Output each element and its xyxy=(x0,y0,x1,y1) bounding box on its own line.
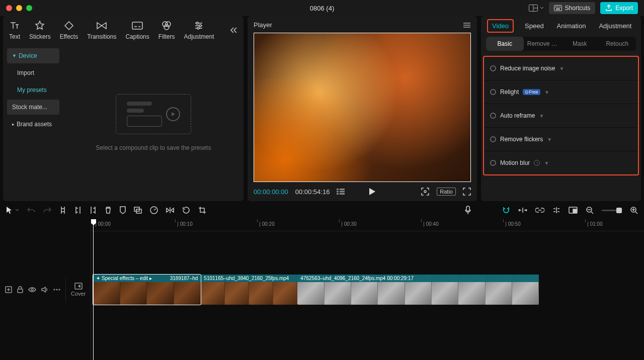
ratio-button[interactable]: Ratio xyxy=(437,188,456,196)
sidebar-item-presets[interactable]: My presets xyxy=(7,82,59,98)
clip-label: ✦ Special effects – edit ▸3189187–hd xyxy=(93,275,201,282)
export-button[interactable]: Export xyxy=(600,2,638,14)
minimize-window-icon[interactable] xyxy=(16,5,22,11)
tab-adjustment-insp[interactable]: Adjustment xyxy=(597,19,633,33)
player-panel: Player 00:00:00:00 00:00:54:16 Ratio xyxy=(248,16,477,201)
tab-transitions[interactable]: Transitions xyxy=(87,20,116,40)
subtab-retouch[interactable]: Retouch xyxy=(599,37,636,51)
shortcuts-label: Shortcuts xyxy=(565,5,591,12)
close-window-icon[interactable] xyxy=(6,5,12,11)
svg-point-32 xyxy=(31,289,33,291)
clip-label: 5101165–uhd_3840_2160_25fps.mp4 xyxy=(201,275,297,282)
ruler-tick: | 00:40 xyxy=(423,221,438,227)
playhead[interactable] xyxy=(93,219,94,360)
item-motion-blur[interactable]: Motion blur?▼ xyxy=(484,151,638,174)
free-badge: ⊙Free xyxy=(523,89,540,95)
svg-rect-7 xyxy=(556,9,560,10)
tab-speed[interactable]: Speed xyxy=(523,19,546,33)
svg-point-12 xyxy=(196,22,198,24)
trim-right-icon[interactable] xyxy=(90,206,97,214)
split-icon[interactable] xyxy=(59,206,66,214)
sidebar-item-import[interactable]: Import xyxy=(7,65,59,80)
lock-icon[interactable] xyxy=(17,286,23,293)
add-track-icon[interactable] xyxy=(5,286,12,293)
svg-rect-16 xyxy=(337,191,339,193)
tab-stickers[interactable]: Stickers xyxy=(29,20,51,40)
rotate-icon[interactable] xyxy=(182,206,190,214)
zoom-slider[interactable] xyxy=(602,210,622,211)
align-icon[interactable] xyxy=(552,207,560,214)
preview-mode-icon[interactable] xyxy=(569,207,578,214)
sidebar-item-stock[interactable]: Stock mate... xyxy=(7,100,59,115)
timeline-clip[interactable]: 5101165–uhd_3840_2160_25fps.mp4 xyxy=(201,275,297,305)
zoom-out-icon[interactable] xyxy=(586,206,594,214)
timeline-tracks-area[interactable]: | 00:00| 00:10| 00:20| 00:30| 00:40| 00:… xyxy=(91,219,644,360)
crop-icon[interactable] xyxy=(198,206,206,214)
delete-icon[interactable] xyxy=(105,206,112,214)
export-label: Export xyxy=(615,5,633,12)
fullscreen-icon[interactable] xyxy=(463,188,471,196)
ruler-tick: | 00:50 xyxy=(505,221,520,227)
svg-point-33 xyxy=(54,289,55,291)
chevron-down-icon: ▼ xyxy=(544,89,549,95)
project-title: 0806 (4) xyxy=(310,5,334,12)
track-headers: Cover xyxy=(0,219,91,360)
scale-icon[interactable] xyxy=(421,187,430,196)
collapse-library-icon[interactable] xyxy=(229,27,237,34)
magnet-icon[interactable] xyxy=(502,207,510,214)
marker-icon[interactable] xyxy=(120,206,126,214)
link-icon[interactable] xyxy=(535,208,544,213)
undo-icon[interactable] xyxy=(27,207,35,214)
svg-point-10 xyxy=(166,22,171,27)
help-icon[interactable]: ? xyxy=(534,160,540,166)
tab-effects[interactable]: Effects xyxy=(60,20,78,40)
maximize-window-icon[interactable] xyxy=(26,5,32,11)
ruler-tick: | 00:00 xyxy=(95,221,110,227)
zoom-in-icon[interactable] xyxy=(630,206,638,214)
window-controls xyxy=(6,5,32,11)
eye-icon[interactable] xyxy=(28,287,36,292)
mute-icon[interactable] xyxy=(41,287,48,293)
layout-icon[interactable] xyxy=(529,5,544,12)
tab-video[interactable]: Video xyxy=(487,19,514,33)
library-content: Select a compound clip to save the prese… xyxy=(63,44,244,201)
tab-filters[interactable]: Filters xyxy=(158,20,175,40)
item-auto-reframe[interactable]: Auto reframe▼ xyxy=(484,104,638,128)
tab-text[interactable]: Text xyxy=(9,20,20,40)
subtab-remove-bg[interactable]: Remove … xyxy=(524,37,561,51)
mirror-icon[interactable] xyxy=(166,207,174,214)
preview-viewport[interactable] xyxy=(254,33,471,182)
pointer-tool-icon[interactable] xyxy=(6,206,19,214)
timeline-clip[interactable]: 4762563–uhd_4096_2160_24fps.mp4 00:00:29… xyxy=(297,275,539,305)
ruler-tick: | 00:20 xyxy=(259,221,274,227)
clip-label: 4762563–uhd_4096_2160_24fps.mp4 00:00:29… xyxy=(297,275,539,282)
item-reduce-noise[interactable]: Reduce image noise▼ xyxy=(484,57,638,80)
cover-button[interactable]: Cover xyxy=(65,278,86,302)
tab-animation[interactable]: Animation xyxy=(555,19,588,33)
speed-icon[interactable] xyxy=(150,206,158,214)
subtab-basic[interactable]: Basic xyxy=(486,37,524,51)
shortcuts-button[interactable]: Shortcuts xyxy=(549,2,596,14)
view-list-icon[interactable] xyxy=(337,189,345,195)
player-menu-icon[interactable] xyxy=(463,22,471,28)
subtab-mask[interactable]: Mask xyxy=(561,37,599,51)
trim-left-icon[interactable] xyxy=(74,206,82,214)
item-remove-flickers[interactable]: Remove flickers▼ xyxy=(484,128,638,151)
tab-adjustment[interactable]: Adjustment xyxy=(184,20,214,40)
link-snap-icon[interactable] xyxy=(518,207,527,213)
microphone-icon[interactable] xyxy=(465,206,471,215)
timeline-clip[interactable]: ✦ Special effects – edit ▸3189187–hd xyxy=(93,275,201,305)
svg-point-34 xyxy=(56,289,58,291)
redo-icon[interactable] xyxy=(43,207,51,214)
empty-hint: Select a compound clip to save the prese… xyxy=(96,144,211,151)
play-button[interactable] xyxy=(369,188,376,196)
radio-icon xyxy=(490,113,496,119)
time-ruler[interactable]: | 00:00| 00:10| 00:20| 00:30| 00:40| 00:… xyxy=(91,219,644,231)
sidebar-item-brand[interactable]: ▸Brand assets xyxy=(7,117,59,132)
total-time: 00:00:54:16 xyxy=(295,188,330,196)
compound-icon[interactable] xyxy=(134,207,142,214)
item-relight[interactable]: Relight⊙Free▼ xyxy=(484,80,638,104)
more-icon[interactable] xyxy=(53,289,60,291)
sidebar-item-device[interactable]: ▼Device xyxy=(7,48,59,63)
tab-captions[interactable]: Captions xyxy=(125,20,149,40)
